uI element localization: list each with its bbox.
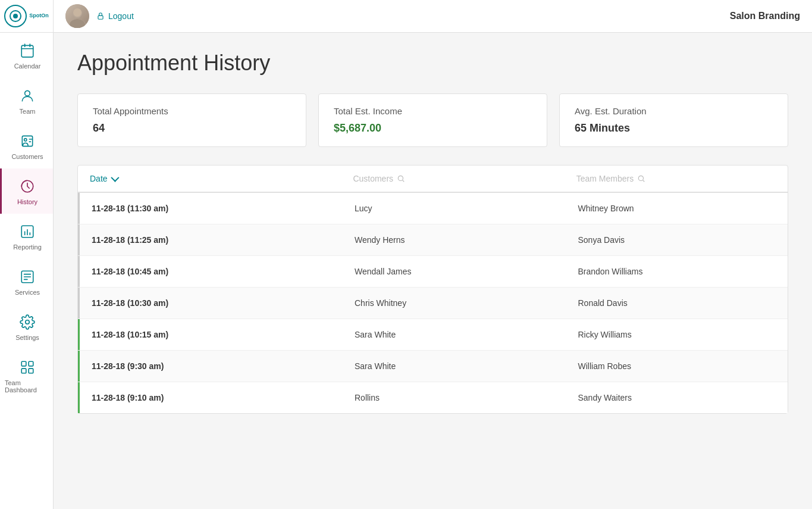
search-team-icon — [637, 174, 645, 183]
content-area: Appointment History Total Appointments 6… — [54, 33, 812, 509]
table-row[interactable]: 11-28-18 (11:25 am) Wendy Herns Sonya Da… — [78, 224, 788, 256]
sidebar-item-customers[interactable]: Customers — [0, 123, 53, 168]
svg-rect-20 — [29, 361, 33, 366]
sidebar-item-services[interactable]: Services — [0, 259, 53, 304]
logout-button[interactable]: Logout — [96, 11, 134, 21]
svg-rect-22 — [29, 369, 33, 373]
avatar-svg — [65, 4, 89, 28]
sidebar-item-label: Team Dashboard — [5, 379, 50, 394]
search-customers-icon — [397, 174, 405, 183]
sidebar-item-team[interactable]: Team — [0, 78, 53, 123]
cell-team-member: William Robes — [565, 351, 788, 382]
calendar-icon — [18, 41, 37, 60]
table-row[interactable]: 11-28-18 (10:45 am) Wendall James Brando… — [78, 256, 788, 288]
stat-card-total-income: Total Est. Income $5,687.00 — [318, 93, 547, 147]
sidebar: SpotOn Calendar Team — [0, 0, 54, 509]
settings-icon — [18, 313, 37, 332]
cell-customer: Lucy — [341, 193, 565, 224]
stat-value: 65 Minutes — [575, 122, 773, 135]
cell-customer: Sara White — [341, 351, 565, 382]
header: Logout Salon Branding — [54, 0, 812, 33]
sidebar-item-label: Customers — [11, 153, 43, 160]
sidebar-item-settings[interactable]: Settings — [0, 304, 53, 349]
cell-team-member: Brandon Williams — [565, 256, 788, 287]
cell-date: 11-28-18 (10:15 am) — [78, 319, 341, 350]
col-header-customers[interactable]: Customers — [341, 165, 564, 192]
logo-text: SpotOn — [29, 13, 49, 19]
sidebar-item-label: Reporting — [13, 243, 42, 251]
stat-value: $5,687.00 — [334, 122, 532, 135]
svg-rect-27 — [98, 15, 103, 19]
lock-icon — [96, 12, 105, 20]
sidebar-item-label: Settings — [15, 334, 39, 341]
cell-date: 11-28-18 (10:30 am) — [78, 288, 341, 318]
customers-icon — [18, 132, 37, 151]
logo-inner — [10, 10, 21, 22]
stat-card-total-appointments: Total Appointments 64 — [77, 93, 306, 147]
sidebar-item-label: History — [17, 198, 37, 205]
svg-line-31 — [643, 180, 645, 182]
stat-label: Avg. Est. Duration — [575, 106, 773, 116]
cell-customer: Sara White — [341, 319, 565, 350]
sort-icon — [111, 174, 119, 182]
business-name: Salon Branding — [730, 11, 800, 21]
sidebar-item-team-dashboard[interactable]: Team Dashboard — [0, 349, 53, 402]
svg-rect-21 — [21, 369, 26, 373]
history-icon — [18, 177, 37, 196]
team-dashboard-icon — [18, 358, 37, 377]
table-row[interactable]: 11-28-18 (9:30 am) Sara White William Ro… — [78, 351, 788, 382]
cell-customer: Rollins — [341, 382, 565, 413]
avatar — [65, 4, 89, 28]
svg-point-25 — [73, 8, 81, 17]
svg-point-4 — [25, 90, 30, 96]
cell-customer: Wendall James — [341, 256, 565, 287]
cell-date: 11-28-18 (9:10 am) — [78, 382, 341, 413]
stat-card-avg-duration: Avg. Est. Duration 65 Minutes — [559, 93, 788, 147]
cell-date: 11-28-18 (11:30 am) — [78, 193, 341, 224]
svg-rect-0 — [21, 45, 33, 57]
cell-date: 11-28-18 (10:45 am) — [78, 256, 341, 287]
logo-circle — [4, 5, 27, 27]
sidebar-item-reporting[interactable]: Reporting — [0, 214, 53, 259]
main-content: Logout Salon Branding Appointment Histor… — [54, 0, 812, 509]
cell-team-member: Ronald Davis — [565, 288, 788, 318]
svg-point-18 — [26, 320, 30, 324]
col-header-team-members[interactable]: Team Members — [565, 165, 788, 192]
cell-team-member: Sonya Davis — [565, 224, 788, 255]
sidebar-item-label: Team — [20, 108, 36, 115]
svg-point-26 — [70, 19, 85, 28]
cell-customer: Chris Whitney — [341, 288, 565, 318]
table-row[interactable]: 11-28-18 (11:30 am) Lucy Whitney Brown — [78, 193, 788, 224]
table-header: Date Customers Team Members — [78, 165, 788, 193]
table-row[interactable]: 11-28-18 (10:30 am) Chris Whitney Ronald… — [78, 288, 788, 319]
sidebar-item-history[interactable]: History — [0, 168, 53, 214]
cell-team-member: Sandy Waiters — [565, 382, 788, 413]
stat-label: Total Est. Income — [334, 106, 532, 116]
stat-label: Total Appointments — [93, 106, 291, 116]
logo-dot — [13, 14, 18, 18]
table-row[interactable]: 11-28-18 (10:15 am) Sara White Ricky Wil… — [78, 319, 788, 351]
app-logo: SpotOn — [0, 0, 53, 33]
svg-rect-19 — [21, 361, 26, 366]
cell-team-member: Whitney Brown — [565, 193, 788, 224]
sidebar-item-label: Calendar — [14, 63, 41, 70]
sidebar-item-calendar[interactable]: Calendar — [0, 33, 53, 78]
svg-line-29 — [403, 180, 405, 182]
team-icon — [18, 86, 37, 105]
cell-team-member: Ricky Williams — [565, 319, 788, 350]
svg-point-30 — [638, 176, 643, 180]
sidebar-item-label: Services — [15, 289, 40, 296]
avatar-image — [65, 4, 89, 28]
svg-point-28 — [398, 176, 403, 180]
stat-value: 64 — [93, 122, 291, 135]
reporting-icon — [18, 222, 37, 241]
col-header-date[interactable]: Date — [78, 165, 341, 192]
table-row[interactable]: 11-28-18 (9:10 am) Rollins Sandy Waiters — [78, 382, 788, 413]
page-title: Appointment History — [77, 51, 788, 76]
svg-point-6 — [24, 139, 27, 141]
stats-row: Total Appointments 64 Total Est. Income … — [77, 93, 788, 147]
cell-date: 11-28-18 (11:25 am) — [78, 224, 341, 255]
cell-date: 11-28-18 (9:30 am) — [78, 351, 341, 382]
services-icon — [18, 267, 37, 286]
appointments-table: Date Customers Team Members 11- — [77, 165, 788, 414]
